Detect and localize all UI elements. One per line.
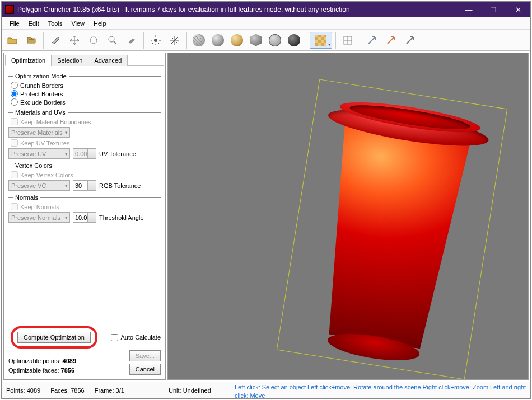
combo-preserve-vc[interactable]: Preserve VC xyxy=(8,180,70,191)
titlebar: Polygon Cruncher 10.85 (x64 bits) - It r… xyxy=(2,2,530,17)
tab-selection[interactable]: Selection xyxy=(51,55,88,66)
menu-view[interactable]: View xyxy=(71,20,85,27)
check-keep-material-boundaries[interactable]: Keep Material Boundaries xyxy=(11,118,161,125)
light-icon[interactable] xyxy=(147,32,164,49)
menu-tools[interactable]: Tools xyxy=(48,20,63,27)
menu-help[interactable]: Help xyxy=(94,20,106,27)
opt-points-value: 4089 xyxy=(63,357,76,364)
check-keep-uv[interactable]: Keep UV Textures xyxy=(11,139,161,147)
status-points: Points: 4089 xyxy=(6,387,40,394)
radio-crunch-borders[interactable]: Crunch Borders xyxy=(11,82,161,89)
window-title: Polygon Cruncher 10.85 (x64 bits) - It r… xyxy=(17,6,456,13)
sphere-facet-icon[interactable] xyxy=(248,32,264,49)
arrow1-icon[interactable] xyxy=(363,32,380,49)
svg-line-10 xyxy=(152,43,153,44)
save-button[interactable]: Save... xyxy=(129,350,161,361)
tab-advanced[interactable]: Advanced xyxy=(88,55,128,66)
combo-preserve-normals[interactable]: Preserve Normals xyxy=(8,212,70,223)
app-icon xyxy=(5,5,14,14)
arrow3-icon[interactable] xyxy=(402,32,418,49)
check-keep-normals[interactable]: Keep Normals xyxy=(11,203,161,210)
cancel-button[interactable]: Cancel xyxy=(129,364,161,375)
close-button[interactable]: ✕ xyxy=(506,2,530,17)
spin-uv-tolerance[interactable]: 0.00 xyxy=(73,148,96,159)
move-icon[interactable] xyxy=(66,32,83,49)
maximize-button[interactable]: ☐ xyxy=(481,2,506,17)
combo-preserve-materials[interactable]: Preserve Materials xyxy=(8,127,70,138)
grid-icon[interactable] xyxy=(339,32,356,49)
status-unit: Unit: Undefined xyxy=(169,387,211,394)
svg-point-0 xyxy=(90,37,97,44)
spin-threshold-angle[interactable]: 10.0 xyxy=(73,212,96,223)
minimize-button[interactable]: ― xyxy=(456,2,481,17)
status-hints: Left click: Select an object Left click+… xyxy=(231,382,530,398)
svg-line-11 xyxy=(158,37,159,38)
optimization-mode-legend: Optimization Mode xyxy=(15,73,67,79)
materials-legend: Materials and UVs xyxy=(15,109,66,116)
compute-optimization-button[interactable]: Compute Optimization xyxy=(17,332,91,343)
sphere-smooth-icon[interactable] xyxy=(228,32,245,49)
open-icon[interactable] xyxy=(4,32,21,49)
vertex-colors-legend: Vertex Colors xyxy=(15,162,52,169)
opt-points-label: Optimizable points: xyxy=(8,357,61,364)
zoom-icon[interactable] xyxy=(104,32,121,49)
svg-line-2 xyxy=(114,41,116,44)
arrow2-icon[interactable] xyxy=(382,32,399,49)
combo-preserve-uv[interactable]: Preserve UV xyxy=(8,148,70,159)
spin-rgb-tolerance[interactable]: 30 xyxy=(73,180,96,191)
left-panel: Optimization Selection Advanced Optimiza… xyxy=(3,53,166,380)
opt-faces-value: 7856 xyxy=(61,367,74,374)
tab-optimization[interactable]: Optimization xyxy=(5,55,52,66)
sphere-lines-icon[interactable] xyxy=(267,32,283,49)
check-auto-calculate[interactable]: Auto Calculate xyxy=(111,334,161,341)
light2-icon[interactable] xyxy=(166,32,183,49)
svg-point-1 xyxy=(109,36,114,42)
threshold-angle-label: Threshold Angle xyxy=(99,214,144,221)
rotate-icon[interactable] xyxy=(85,32,102,49)
menubar: File Edit Tools View Help xyxy=(2,17,530,30)
menu-file[interactable]: File xyxy=(10,20,20,27)
hammer-icon[interactable] xyxy=(47,32,64,49)
menu-edit[interactable]: Edit xyxy=(29,20,39,27)
status-faces: Faces: 7856 xyxy=(50,387,85,394)
radio-exclude-borders[interactable]: Exclude Borders xyxy=(11,98,161,106)
tools-icon[interactable] xyxy=(123,32,140,49)
radio-protect-borders[interactable]: Protect Borders xyxy=(11,90,161,97)
svg-line-9 xyxy=(158,43,159,44)
svg-point-3 xyxy=(154,39,157,42)
uv-tolerance-label: UV Tolerance xyxy=(99,150,136,157)
check-keep-vertex-colors[interactable]: Keep Vertex Colors xyxy=(11,171,161,178)
status-frame: Frame: 0/1 xyxy=(95,387,124,394)
opt-faces-label: Optimizable faces: xyxy=(8,367,59,374)
viewport-3d[interactable] xyxy=(167,53,529,380)
normals-legend: Normals xyxy=(15,194,38,201)
save-icon[interactable] xyxy=(23,32,40,49)
sphere-wire-icon[interactable] xyxy=(190,32,207,49)
checker-dropdown[interactable] xyxy=(310,32,332,49)
svg-line-8 xyxy=(152,37,153,38)
rgb-tolerance-label: RGB Tolerance xyxy=(99,182,141,189)
sphere-dark-icon[interactable] xyxy=(286,32,302,49)
sphere-flat-icon[interactable] xyxy=(209,32,226,49)
toolbar xyxy=(2,30,530,51)
statusbar: Points: 4089 Faces: 7856 Frame: 0/1 Unit… xyxy=(2,382,530,398)
